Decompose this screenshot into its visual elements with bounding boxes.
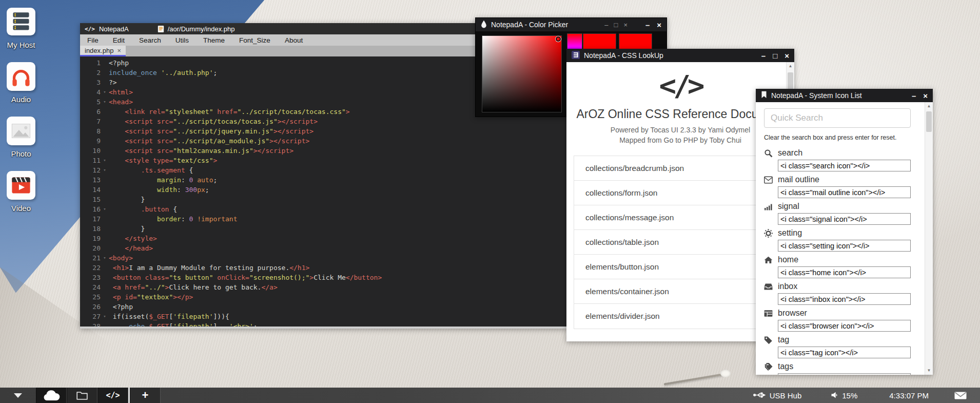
close-button[interactable]: ×: [785, 51, 789, 60]
line-number: 3: [80, 78, 101, 87]
desktop-icon-audio[interactable]: Audio: [6, 62, 36, 104]
taskbar-code-button[interactable]: </>: [97, 388, 128, 403]
code-text: <body>: [109, 253, 133, 263]
scrollbar-thumb[interactable]: [926, 111, 932, 132]
color-cursor[interactable]: [556, 36, 561, 42]
fold-arrow-icon[interactable]: ▾: [101, 165, 109, 175]
code-text: <script src="html2canvas.min.js"></scrip…: [109, 146, 293, 156]
icon-entry-inbox: inbox: [764, 281, 925, 305]
fold-arrow-icon[interactable]: ▾: [101, 253, 109, 263]
maximize-button[interactable]: □: [614, 21, 618, 29]
menu-about[interactable]: About: [278, 36, 310, 44]
code-line: 22 <h1>I am a Dummy Module for testing p…: [80, 263, 567, 273]
minimize-button[interactable]: –: [645, 21, 650, 29]
lookup-item-collections-form-json[interactable]: collections/form.json: [574, 181, 787, 205]
setting-icon: [764, 229, 773, 238]
quick-search-input[interactable]: [764, 108, 911, 128]
icon-code-input-browser[interactable]: [778, 320, 911, 332]
lookup-item-collections-breadcrumb-json[interactable]: collections/breadcrumb.json: [574, 156, 787, 181]
icon-entry-mail-outline: mail outline: [764, 174, 925, 198]
taskbar-folder-button[interactable]: [67, 388, 97, 403]
maximize-button[interactable]: □: [773, 51, 777, 60]
code-text: include_once '../auth.php';: [109, 68, 217, 78]
notepad-file-icon: [158, 25, 164, 33]
code-line: 7 <script src="../script/tocas/tocas.js"…: [80, 117, 567, 126]
taskbar-cloud-button[interactable]: [36, 388, 67, 403]
desktop-icon-label: Audio: [11, 95, 31, 104]
color-picker-titlebar[interactable]: NotepadA - Color Picker – □ × – ×: [476, 18, 667, 31]
fold-arrow-icon[interactable]: ▾: [101, 312, 109, 321]
color-picker-title: NotepadA - Color Picker: [491, 21, 568, 29]
scroll-down-icon[interactable]: ▼: [925, 367, 933, 375]
fold-arrow-icon[interactable]: ▾: [101, 87, 109, 97]
menu-edit[interactable]: Edit: [106, 36, 132, 44]
code-line: 19 </style>: [80, 234, 567, 243]
icon-code-input-tag[interactable]: [778, 347, 911, 358]
icon-entry-signal: signal: [764, 201, 925, 225]
volume-tray-item[interactable]: 15%: [831, 391, 857, 400]
scroll-up-icon[interactable]: ▲: [787, 62, 794, 70]
fold-arrow-icon[interactable]: ▾: [101, 97, 109, 107]
home-icon: [764, 256, 773, 264]
menu-utils[interactable]: Utils: [168, 36, 196, 44]
menu-font-size[interactable]: Font_Size: [232, 36, 278, 44]
code-text: .button {: [109, 204, 177, 214]
line-number: 13: [80, 175, 101, 185]
close-button[interactable]: ×: [657, 21, 661, 29]
editor-file-path: /aor/Dummy/index.php: [168, 25, 235, 33]
menu-search[interactable]: Search: [132, 36, 168, 44]
close-button[interactable]: ×: [923, 91, 928, 100]
taskbar-menu-button[interactable]: [0, 388, 36, 403]
line-number: 17: [80, 214, 101, 224]
minimize-button[interactable]: –: [604, 21, 608, 29]
tab-index-php[interactable]: index.php ×: [80, 46, 126, 56]
lookup-item-elements-button-json[interactable]: elements/button.json: [574, 255, 787, 279]
css-lookup-titlebar[interactable]: NotepadA - CSS LookUp – □ ×: [566, 49, 794, 62]
fold-gutter: [101, 146, 109, 156]
line-number: 20: [80, 243, 101, 253]
close-button[interactable]: ×: [623, 21, 628, 29]
icon-entry-name: tag: [778, 335, 789, 344]
line-number: 19: [80, 234, 101, 243]
code-text: <link rel="stylesheet" href="../script/t…: [109, 107, 350, 117]
taskbar-plus-button[interactable]: +: [130, 388, 161, 403]
envelope-icon[interactable]: [954, 392, 967, 399]
lookup-item-collections-message-json[interactable]: collections/message.json: [574, 205, 787, 230]
desktop-icon-my-host[interactable]: My Host: [6, 7, 36, 49]
icon-code-input-home[interactable]: [778, 266, 911, 278]
tab-close-icon[interactable]: ×: [117, 47, 121, 54]
minimize-button[interactable]: –: [912, 91, 916, 100]
icon-code-input-signal[interactable]: [778, 213, 911, 225]
icon-code-input-setting[interactable]: [778, 240, 911, 252]
lookup-item-elements-container-json[interactable]: elements/container.json: [574, 279, 787, 304]
clock: 4:33:07 PM: [889, 391, 929, 400]
menu-file[interactable]: File: [80, 36, 106, 44]
icon-code-input-inbox[interactable]: [778, 293, 911, 305]
minimize-button[interactable]: –: [761, 51, 766, 60]
lookup-item-collections-table-json[interactable]: collections/table.json: [574, 230, 787, 255]
line-number: 9: [80, 136, 101, 146]
line-number: 21: [80, 253, 101, 263]
usb-tray-item[interactable]: USB Hub: [753, 391, 802, 400]
icon-code-input-tags[interactable]: [778, 373, 911, 375]
code-text: width: 300px;: [109, 185, 209, 195]
fold-arrow-icon[interactable]: ▾: [101, 156, 109, 165]
desktop-icon-video[interactable]: Video: [6, 170, 36, 213]
code-text: <html>: [109, 87, 133, 97]
icon-entry-name: setting: [778, 228, 802, 238]
icon-code-input-mail-outline[interactable]: [778, 186, 911, 198]
icon-code-input-search[interactable]: [778, 160, 911, 171]
icon-list-titlebar[interactable]: NotepadA - System Icon List – ×: [756, 89, 933, 102]
lookup-item-elements-divider-json[interactable]: elements/divider.json: [574, 304, 787, 329]
menu-theme[interactable]: Theme: [196, 36, 232, 44]
fold-arrow-icon[interactable]: ▾: [101, 204, 109, 214]
code-text: <style type="text/css">: [109, 156, 217, 165]
code-line: 24 <a href="../">Click here to get back.…: [80, 282, 567, 292]
scroll-up-icon[interactable]: ▲: [925, 102, 933, 110]
fold-gutter: [101, 243, 109, 253]
search-hint-text: Clear the search box and press enter for…: [764, 134, 925, 141]
desktop-icon-photo[interactable]: Photo: [6, 116, 36, 158]
code-text: .ts.segment {: [109, 165, 193, 175]
scrollbar[interactable]: ▲ ▼: [925, 102, 933, 375]
saturation-value-box[interactable]: [482, 35, 562, 112]
